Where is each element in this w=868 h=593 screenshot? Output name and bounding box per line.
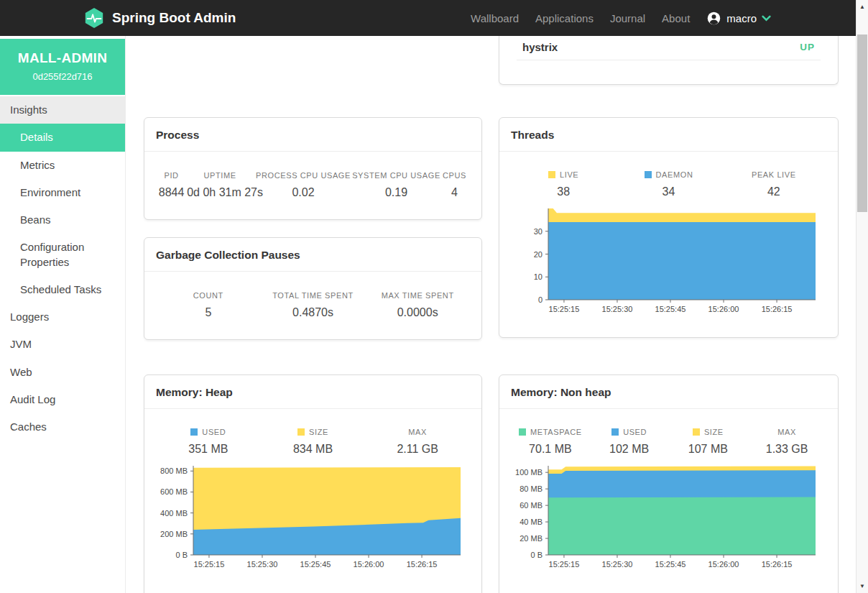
sidebar-item-beans[interactable]: Beans [0, 206, 125, 234]
sba-logo-icon [83, 7, 105, 29]
sidebar-item-configuration-properties[interactable]: Configuration Properties [0, 234, 125, 276]
health-item-name: hystrix [522, 41, 558, 53]
svg-text:15:25:30: 15:25:30 [602, 560, 633, 569]
chevron-down-icon [762, 15, 771, 22]
legend-peak-live: PEAK LIVE 42 [721, 170, 826, 198]
app-name: MALL-ADMIN [6, 50, 119, 66]
svg-text:15:25:45: 15:25:45 [655, 560, 686, 569]
sidebar-item-insights[interactable]: Insights [0, 96, 125, 124]
svg-text:0 B: 0 B [175, 551, 188, 559]
legend-live: LIVE 38 [511, 170, 616, 198]
stat-gc-max-time: MAX TIME SPENT 0.0000s [365, 291, 470, 319]
svg-text:15:26:00: 15:26:00 [708, 560, 739, 569]
status-badge: UP [800, 42, 815, 52]
sidebar-item-details[interactable]: Details [0, 124, 125, 151]
svg-text:15:25:30: 15:25:30 [602, 305, 633, 313]
stat-system-cpu-usage: SYSTEM CPU USAGE 0.19 [354, 171, 439, 199]
threads-card: Threads LIVE 38 DAEMON 34 PEAK LIVE 42 3… [499, 117, 839, 338]
scroll-up-arrow-icon[interactable]: ▲ [857, 4, 868, 10]
heap-legend: USED 351 MB SIZE 834 MB MAX 2.11 GB [144, 409, 481, 456]
card-title: Process [144, 118, 481, 152]
nav-applications[interactable]: Applications [535, 12, 594, 24]
card-title: Memory: Non heap [499, 375, 838, 409]
sidebar-item-environment[interactable]: Environment [0, 179, 125, 206]
svg-text:15:26:15: 15:26:15 [762, 305, 793, 313]
svg-text:15:25:45: 15:25:45 [655, 305, 686, 313]
sidebar-item-metrics[interactable]: Metrics [0, 152, 125, 179]
stat-gc-total-time: TOTAL TIME SPENT 0.4870s [261, 291, 366, 319]
legend-max: MAX 2.11 GB [365, 428, 470, 456]
nav-links: Wallboard Applications Journal About mac… [471, 11, 771, 26]
legend-metaspace: METASPACE 70.1 MB [511, 428, 590, 456]
legend-daemon: DAEMON 34 [616, 170, 721, 198]
svg-text:15:26:15: 15:26:15 [762, 560, 793, 569]
threads-legend: LIVE 38 DAEMON 34 PEAK LIVE 42 [499, 152, 838, 198]
stat-pid: PID 8844 [156, 171, 187, 199]
svg-text:60 MB: 60 MB [520, 501, 542, 510]
svg-text:15:26:00: 15:26:00 [708, 305, 739, 313]
svg-text:0 B: 0 B [530, 551, 542, 559]
svg-text:15:26:15: 15:26:15 [407, 560, 438, 569]
scroll-down-arrow-icon[interactable]: ▼ [857, 583, 868, 589]
heap-chart: 800 MB600 MB400 MB200 MB0 B15:25:1515:25… [153, 461, 476, 575]
sidebar-item-web[interactable]: Web [0, 359, 125, 386]
sidebar-item-scheduled-tasks[interactable]: Scheduled Tasks [0, 276, 125, 303]
brand-title[interactable]: Spring Boot Admin [112, 10, 236, 26]
gc-stats: COUNT 5 TOTAL TIME SPENT 0.4870s MAX TIM… [144, 272, 481, 326]
svg-text:400 MB: 400 MB [160, 509, 188, 518]
legend-swatch [611, 428, 619, 436]
svg-text:15:25:30: 15:25:30 [247, 560, 278, 569]
health-card: hystrix UP [499, 36, 839, 85]
memory-nonheap-card: Memory: Non heap METASPACE 70.1 MB USED … [499, 374, 839, 593]
stat-uptime: UPTIME 0d 0h 31m 27s [187, 171, 253, 199]
threads-chart: 302010015:25:1515:25:3015:25:4515:26:001… [508, 204, 832, 320]
svg-text:15:25:45: 15:25:45 [300, 560, 331, 569]
svg-text:20 MB: 20 MB [520, 534, 542, 543]
legend-max: MAX 1.33 GB [747, 428, 826, 456]
legend-swatch [548, 171, 555, 178]
svg-text:800 MB: 800 MB [160, 466, 188, 475]
sidebar-item-loggers[interactable]: Loggers [0, 303, 125, 331]
sidebar-menu: Insights Details Metrics Environment Bea… [0, 96, 125, 441]
svg-text:600 MB: 600 MB [160, 487, 188, 496]
user-avatar-icon [706, 11, 721, 26]
legend-swatch [645, 171, 652, 178]
instance-id: 0d255f22d716 [6, 71, 119, 82]
sidebar-item-caches[interactable]: Caches [0, 413, 125, 441]
svg-text:15:26:00: 15:26:00 [354, 560, 384, 569]
svg-text:200 MB: 200 MB [160, 530, 188, 538]
legend-size: SIZE 834 MB [261, 428, 366, 456]
instance-header: MALL-ADMIN 0d255f22d716 [0, 39, 125, 95]
process-stats: PID 8844 UPTIME 0d 0h 31m 27s PROCESS CP… [144, 152, 481, 206]
svg-text:80 MB: 80 MB [520, 484, 542, 493]
health-row: hystrix UP [517, 36, 821, 60]
svg-text:100 MB: 100 MB [515, 468, 542, 477]
scrollbar[interactable]: ▲ ▼ [856, 0, 868, 593]
nav-journal[interactable]: Journal [610, 12, 645, 24]
sidebar-item-audit-log[interactable]: Audit Log [0, 386, 125, 413]
user-name: macro [726, 12, 757, 24]
main-content: hystrix UP Process PID 8844 UPTIME 0d 0h… [126, 36, 856, 593]
nav-about[interactable]: About [662, 12, 690, 24]
process-card: Process PID 8844 UPTIME 0d 0h 31m 27s PR… [144, 117, 482, 220]
svg-text:0: 0 [538, 295, 542, 304]
nonheap-chart: 100 MB80 MB60 MB40 MB20 MB0 B15:25:1515:… [508, 461, 832, 575]
svg-text:15:25:15: 15:25:15 [549, 305, 580, 313]
sidebar-item-jvm[interactable]: JVM [0, 331, 125, 358]
legend-swatch [190, 428, 198, 436]
card-title: Threads [499, 118, 838, 152]
gc-card: Garbage Collection Pauses COUNT 5 TOTAL … [144, 237, 482, 340]
stat-process-cpu-usage: PROCESS CPU USAGE 0.02 [253, 171, 354, 199]
user-menu[interactable]: macro [706, 11, 771, 26]
sidebar: MALL-ADMIN 0d255f22d716 Insights Details… [0, 36, 126, 593]
top-navbar: Spring Boot Admin Wallboard Applications… [0, 0, 856, 36]
svg-text:10: 10 [534, 272, 542, 281]
legend-swatch [519, 428, 526, 436]
svg-text:20: 20 [534, 250, 542, 259]
nav-wallboard[interactable]: Wallboard [471, 12, 519, 24]
scrollbar-thumb[interactable] [857, 35, 867, 212]
memory-heap-card: Memory: Heap USED 351 MB SIZE 834 MB MAX… [144, 374, 482, 593]
svg-text:30: 30 [534, 227, 542, 236]
svg-text:15:25:15: 15:25:15 [194, 560, 225, 569]
brand[interactable]: Spring Boot Admin [83, 7, 236, 29]
